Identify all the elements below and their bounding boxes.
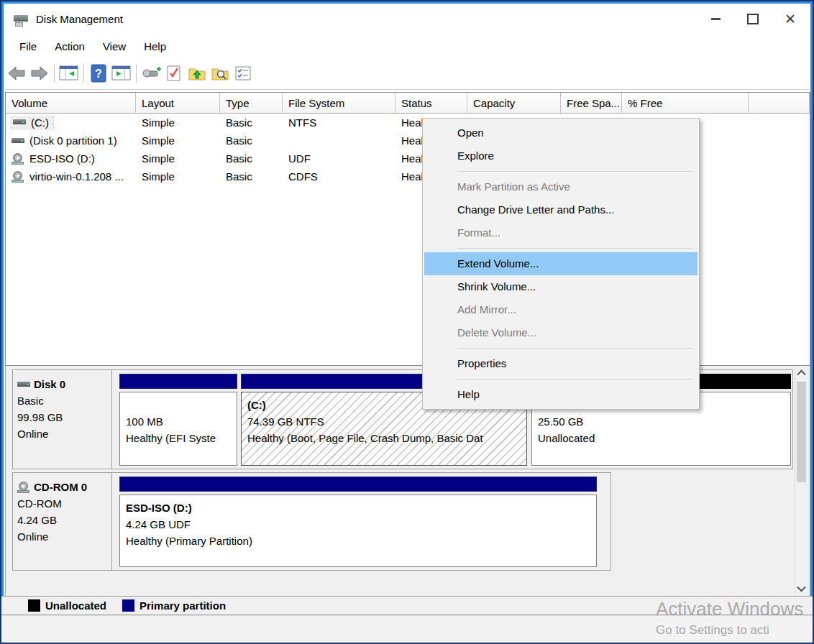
menu-action[interactable]: Action [47,37,93,55]
partition-status: Unallocated [538,430,789,446]
scrollbar-thumb[interactable] [797,382,806,482]
volume-type: Basic [220,152,283,165]
menu-separator [457,379,692,380]
vertical-scrollbar[interactable] [795,366,808,596]
back-arrow-icon[interactable] [5,63,28,84]
cd-drive-icon [12,153,25,165]
partition-size: 4.24 GB UDF [126,516,595,533]
toolbar-separator [83,64,84,83]
show-action-pane-icon[interactable] [110,63,133,84]
folder-search-icon[interactable] [209,63,232,84]
disk-name: Disk 0 [34,376,65,392]
partition-esd-iso[interactable]: ESD-ISO (D:) 4.24 GB UDF Healthy (Primar… [119,477,597,567]
chevron-up-icon [797,370,806,380]
menu-item-add-mirror[interactable]: Add Mirror... [423,298,699,321]
folder-export-icon[interactable] [186,63,209,84]
disk-kind: CD-ROM [17,495,109,512]
menu-item-change-drive-letter[interactable]: Change Drive Letter and Paths... [423,198,699,221]
disk-size: 4.24 GB [17,512,109,528]
menu-item-explore[interactable]: Explore [423,144,699,167]
column-header-layout[interactable]: Layout [136,93,220,114]
volume-name: ESD-ISO (D:) [29,152,95,165]
check-script-icon[interactable] [163,63,186,84]
context-menu: Open Explore Mark Partition as Active Ch… [422,118,700,410]
menu-file[interactable]: File [12,37,45,55]
column-header-percent-free[interactable]: % Free [622,93,749,114]
primary-partition-bar [119,374,237,389]
menu-separator [457,171,692,172]
disk-management-window: Disk Management ✕ File Action View Help … [0,0,814,644]
menu-item-format[interactable]: Format... [423,221,699,244]
scroll-up-button[interactable] [795,367,808,380]
volume-type: Basic [220,134,283,147]
column-header-free-space[interactable]: Free Spa... [561,93,622,114]
chevron-down-icon [797,583,806,592]
disk-status: Online [17,426,109,442]
legend-label-unallocated: Unallocated [45,599,106,612]
volume-type: Basic [220,170,283,183]
column-header-volume[interactable]: Volume [6,93,136,114]
primary-partition-bar [119,477,597,492]
minimize-icon [711,18,721,20]
toolbar: ? [5,58,809,90]
unallocated-swatch [28,599,40,612]
partition-status: Healthy (Boot, Page File, Crash Dump, Ba… [247,430,525,446]
column-header-empty [749,93,810,114]
volume-file-system: UDF [283,152,395,165]
primary-partition-swatch [122,599,134,612]
disk-device-tool-icon[interactable] [140,63,163,84]
cdrom0-row: CD-ROM 0 CD-ROM 4.24 GB Online ESD-ISO (… [12,472,611,571]
volume-name: virtio-win-0.1.208 ... [29,170,124,183]
column-header-type[interactable]: Type [220,93,283,114]
partition-name: ESD-ISO (D:) [126,500,595,516]
help-icon[interactable]: ? [87,63,110,84]
scroll-down-button[interactable] [795,582,808,594]
property-checklist-icon[interactable] [232,63,255,84]
hdd-icon [17,380,31,390]
menu-separator [457,348,692,349]
volume-layout: Simple [136,134,220,147]
minimize-button[interactable] [697,4,734,34]
menu-item-help[interactable]: Help [423,383,699,406]
menu-item-delete-volume[interactable]: Delete Volume... [423,321,699,344]
svg-text:?: ? [95,68,102,80]
forward-arrow-icon[interactable] [28,63,51,84]
show-console-tree-icon[interactable] [58,63,81,84]
close-button[interactable]: ✕ [772,4,809,34]
column-header-status[interactable]: Status [395,93,467,114]
menu-item-mark-partition-active[interactable]: Mark Partition as Active [423,175,699,198]
cd-drive-icon [12,171,25,183]
menu-bar: File Action View Help [5,35,809,58]
partition-efi[interactable]: 100 MB Healthy (EFI Syste [119,374,237,466]
menu-help[interactable]: Help [136,37,174,55]
volume-type: Basic [220,116,283,129]
partition-status: Healthy (Primary Partition) [126,533,595,549]
partition-status: Healthy (EFI Syste [126,430,235,446]
menu-item-extend-volume[interactable]: Extend Volume... [424,252,698,275]
menu-item-properties[interactable]: Properties [423,352,699,375]
volume-table-header: Volume Layout Type File System Status Ca… [6,93,810,114]
menu-view[interactable]: View [95,37,134,55]
volume-name: (Disk 0 partition 1) [29,134,117,147]
disk0-label[interactable]: Disk 0 Basic 99.98 GB Online [13,370,112,469]
legend-bar: Unallocated Primary partition [1,596,813,615]
disk-size: 99.98 GB [17,409,109,426]
window-title: Disk Management [36,13,123,25]
disk-name: CD-ROM 0 [34,479,87,495]
disk-kind: Basic [17,392,109,409]
volume-file-system: NTFS [283,116,395,129]
maximize-icon [747,14,759,24]
menu-item-shrink-volume[interactable]: Shrink Volume... [423,275,699,298]
maximize-button[interactable] [734,4,772,34]
volume-file-system: CDFS [283,170,395,183]
column-header-file-system[interactable]: File System [283,93,395,114]
column-header-capacity[interactable]: Capacity [467,93,561,114]
hdd-icon [12,136,25,146]
status-bar [1,615,813,643]
menu-item-open[interactable]: Open [423,121,699,144]
menu-separator [457,248,692,249]
volume-layout: Simple [136,116,220,129]
cdrom0-label[interactable]: CD-ROM 0 CD-ROM 4.24 GB Online [13,473,112,570]
hdd-icon [13,117,27,127]
volume-layout: Simple [136,152,220,165]
